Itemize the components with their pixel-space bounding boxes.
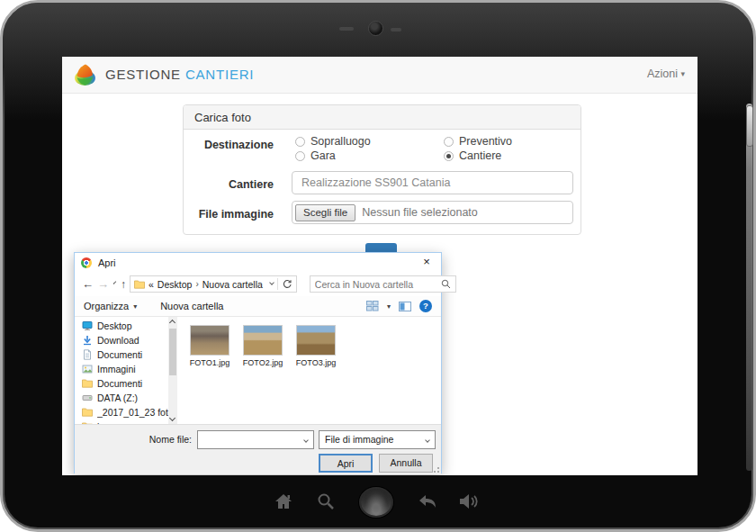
- radio-preventivo[interactable]: Preventivo: [444, 135, 512, 148]
- organizza-label: Organizza: [84, 301, 129, 311]
- radio-cantiere[interactable]: Cantiere: [444, 149, 501, 162]
- radio-label: Cantiere: [459, 149, 501, 162]
- radio-icon: [444, 137, 454, 147]
- device-side-edge: [746, 104, 752, 471]
- cantiere-label: Cantiere: [184, 178, 274, 191]
- carica-foto-panel: Carica foto Destinazione Sopralluogo Gar…: [183, 104, 581, 235]
- forward-arrow-icon[interactable]: →: [97, 278, 109, 290]
- breadcrumb-nuova-cartella[interactable]: Nuova cartella: [202, 279, 263, 290]
- file-input[interactable]: Scegli file Nessun file selezionato: [292, 201, 573, 224]
- resize-grip[interactable]: [432, 465, 439, 473]
- filetype-select[interactable]: File di immagine: [319, 430, 436, 449]
- file-thumbnail: [243, 325, 283, 356]
- folder-icon: [82, 379, 93, 388]
- breadcrumb[interactable]: « Desktop › Nuova cartella: [130, 275, 297, 293]
- nuova-cartella-button[interactable]: Nuova cartella: [160, 301, 223, 311]
- search-icon: [441, 279, 451, 289]
- address-dropdown-chevron-icon[interactable]: [269, 280, 274, 285]
- download-icon: [82, 335, 93, 346]
- file-item-foto1[interactable]: FOTO1.jpg: [188, 325, 231, 367]
- home-hardware-button[interactable]: [359, 487, 393, 518]
- dialog-toolbar: Organizza ▾ Nuova cartella ▾: [75, 296, 441, 317]
- open-button[interactable]: Apri: [319, 454, 373, 473]
- scrollbar-thumb[interactable]: [169, 329, 176, 375]
- file-item-foto3[interactable]: FOTO3.jpg: [294, 325, 338, 367]
- caret-down-icon: ▾: [133, 302, 137, 311]
- help-icon[interactable]: ?: [419, 300, 432, 312]
- sidebar-item-desktop[interactable]: Desktop: [75, 319, 177, 333]
- view-dropdown-caret-icon[interactable]: ▾: [387, 302, 391, 311]
- breadcrumb-desktop[interactable]: Desktop: [158, 279, 193, 290]
- file-open-dialog: Apri × ← → ↑ « Desktop › Nuova cartella: [74, 252, 442, 473]
- page-title: GESTIONE CANTIERI: [105, 67, 254, 82]
- sidebar-item-download[interactable]: Download: [75, 333, 177, 347]
- brand[interactable]: GESTIONE CANTIERI: [73, 62, 254, 86]
- home-icon[interactable]: [274, 492, 293, 510]
- refresh-icon[interactable]: [282, 279, 292, 290]
- dialog-nav-bar: ← → ↑ « Desktop › Nuova cartella: [75, 272, 441, 296]
- breadcrumb-separator: ›: [195, 279, 198, 289]
- search-field[interactable]: [310, 275, 456, 293]
- tablet-device: GESTIONE CANTIERI Azioni ▾ Carica foto D…: [0, 0, 756, 532]
- organizza-menu[interactable]: Organizza ▾: [84, 301, 137, 311]
- scroll-down-icon[interactable]: [169, 415, 176, 421]
- back-arrow-icon[interactable]: ←: [82, 278, 94, 290]
- radio-sopralluogo[interactable]: Sopralluogo: [295, 135, 371, 148]
- dialog-titlebar[interactable]: Apri ×: [75, 253, 441, 272]
- file-item-foto2[interactable]: FOTO2.jpg: [241, 325, 284, 367]
- bezel-sensor-mark: [391, 28, 401, 32]
- file-thumbnail: [190, 325, 230, 356]
- radio-icon: [295, 137, 305, 147]
- brand-word-gestione: GESTIONE: [105, 67, 181, 82]
- sidebar-scrollbar[interactable]: [168, 317, 177, 424]
- view-thumbnails-icon[interactable]: [366, 301, 379, 311]
- desktop-icon: [82, 320, 93, 331]
- sidebar-item-documenti-folder[interactable]: Documenti: [75, 376, 177, 391]
- scroll-up-icon[interactable]: [169, 320, 176, 326]
- sidebar-item-documenti[interactable]: Documenti: [75, 347, 177, 362]
- speaker-icon[interactable]: [458, 492, 480, 510]
- sidebar-item-immagini[interactable]: Immagini: [75, 362, 177, 376]
- panel-title: Carica foto: [184, 105, 580, 130]
- cantiere-input[interactable]: [292, 171, 573, 194]
- radio-gara[interactable]: Gara: [295, 149, 336, 162]
- chrome-icon: [81, 257, 92, 268]
- drive-icon: [82, 392, 93, 403]
- search-input[interactable]: [310, 279, 441, 290]
- up-arrow-icon[interactable]: ↑: [121, 279, 126, 290]
- radio-label: Preventivo: [459, 135, 512, 148]
- places-sidebar: Desktop Download: [75, 317, 177, 424]
- filename-label: Nome file:: [75, 434, 192, 445]
- folder-icon: [134, 280, 145, 289]
- app-header: GESTIONE CANTIERI Azioni ▾: [62, 57, 698, 94]
- sidebar-item-2017-foto[interactable]: _2017_01_23 foto: [75, 405, 177, 419]
- search-icon[interactable]: [317, 492, 335, 510]
- volume-side-button[interactable]: [746, 105, 753, 147]
- close-icon[interactable]: ×: [412, 253, 441, 272]
- picture-icon: [82, 364, 93, 374]
- radio-label: Sopralluogo: [310, 135, 371, 148]
- back-arrow-icon[interactable]: [418, 492, 437, 510]
- front-camera: [368, 21, 383, 36]
- preview-pane-icon[interactable]: [399, 302, 411, 311]
- actions-dropdown[interactable]: Azioni ▾: [647, 68, 685, 80]
- recent-locations-chevron-icon[interactable]: [113, 281, 117, 284]
- document-icon: [82, 349, 93, 360]
- actions-label: Azioni: [647, 68, 678, 80]
- choose-file-button[interactable]: Scegli file: [295, 204, 356, 221]
- app-logo-icon: [73, 62, 97, 86]
- filename-input[interactable]: [198, 431, 313, 448]
- radio-icon: [444, 151, 454, 161]
- filename-combobox[interactable]: [197, 430, 314, 449]
- file-list: FOTO1.jpg FOTO2.jpg FOTO3.jpg: [177, 317, 441, 424]
- cancel-button[interactable]: Annulla: [379, 454, 433, 473]
- file-thumbnail: [296, 325, 336, 356]
- filetype-dropdown-chevron-icon: [425, 437, 430, 443]
- tablet-screen: GESTIONE CANTIERI Azioni ▾ Carica foto D…: [62, 57, 698, 475]
- radio-label: Gara: [310, 149, 336, 162]
- dialog-footer: Nome file: File di immagine Apri Annulla: [75, 424, 441, 474]
- radio-icon: [295, 151, 305, 161]
- dialog-title: Apri: [98, 257, 116, 268]
- bezel-branding-mark: [339, 27, 354, 31]
- sidebar-item-data-z[interactable]: DATA (Z:): [75, 391, 177, 405]
